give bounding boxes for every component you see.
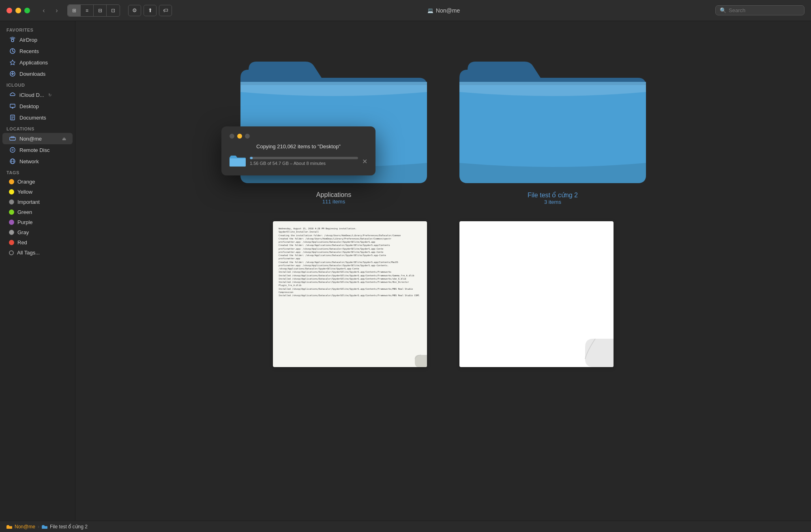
locations-section-label: Locations: [0, 123, 75, 133]
sidebar-item-recents[interactable]: Recents: [2, 45, 73, 57]
traffic-lights: [6, 8, 30, 13]
svg-rect-18: [240, 82, 427, 85]
maximize-button[interactable]: [24, 8, 30, 13]
sidebar-tag-orange-label: Orange: [17, 179, 35, 185]
svg-point-13: [10, 147, 15, 152]
action-button[interactable]: ⚙: [128, 5, 141, 16]
window-title: 💻 Non@me: [177, 7, 710, 14]
sidebar-item-network[interactable]: Network: [2, 156, 73, 167]
sidebar-item-tag-red[interactable]: Red: [2, 237, 73, 248]
sidebar-tag-red-label: Red: [17, 239, 27, 246]
copy-dialog-folder-icon: [230, 154, 246, 169]
sidebar-item-documents[interactable]: Documents: [2, 112, 73, 123]
sidebar-network-label: Network: [19, 158, 39, 165]
gallery-view-button[interactable]: ⊡: [107, 5, 120, 16]
tag-yellow-dot: [9, 189, 14, 194]
sidebar-item-tag-orange[interactable]: Orange: [2, 177, 73, 187]
sidebar-tag-all-label: All Tags...: [17, 250, 40, 256]
tag-purple-dot: [9, 220, 14, 225]
paper-curl-icon: [573, 327, 614, 367]
sidebar-tag-gray-label: Gray: [17, 229, 29, 235]
sidebar-item-tag-important[interactable]: Important: [2, 197, 73, 207]
file-curl-icon: [407, 347, 427, 367]
airdrop-icon: [9, 36, 16, 43]
icloud-section-label: iCloud: [0, 79, 75, 89]
tag-all-dot: [9, 250, 14, 255]
folder-file-test-name: File test ổ cứng 2: [528, 191, 578, 199]
sidebar-item-nonatme[interactable]: Non@me ⏏: [2, 133, 73, 144]
file-text-log[interactable]: Wednesday, August 15, 2018 4:28 PM Begin…: [273, 221, 427, 367]
tags-section-label: Tags: [0, 167, 75, 177]
downloads-icon: [9, 70, 16, 77]
sidebar-item-airdrop[interactable]: AirDrop: [2, 34, 73, 45]
breadcrumb-file-test: File test ổ cứng 2: [50, 524, 88, 530]
search-box[interactable]: 🔍: [715, 5, 805, 15]
folder-file-test-count: 3 items: [528, 199, 578, 205]
sidebar-item-remote-disc[interactable]: Remote Disc: [2, 144, 73, 156]
tag-orange-dot: [9, 179, 14, 184]
sidebar-item-tag-all[interactable]: All Tags...: [2, 248, 73, 258]
column-view-button[interactable]: ⊟: [94, 5, 107, 16]
sidebar-remote-disc-label: Remote Disc: [19, 147, 49, 153]
dialog-minimize-traffic[interactable]: [237, 134, 242, 139]
desktop-icon: [9, 103, 16, 110]
paper-file-thumbnail: [459, 221, 614, 367]
minimize-button[interactable]: [15, 8, 21, 13]
sidebar-desktop-label: Desktop: [19, 103, 39, 109]
sidebar-item-tag-gray[interactable]: Gray: [2, 227, 73, 237]
folder-applications[interactable]: Applications 111 items: [240, 33, 427, 205]
folder-file-test[interactable]: File test ổ cứng 2 3 items: [459, 33, 646, 205]
sidebar-icloud-label: iCloud D...: [19, 92, 44, 98]
tag-gray-dot: [9, 230, 14, 235]
sidebar-item-downloads[interactable]: Downloads: [2, 68, 73, 79]
copy-dialog: Copying 210,062 items to "Desktop" 1.56 …: [221, 126, 375, 175]
status-bar: Non@me › File test ổ cứng 2: [0, 521, 811, 532]
text-file-thumbnail: Wednesday, August 15, 2018 4:28 PM Begin…: [273, 221, 427, 367]
folder-file-test-label: File test ổ cứng 2 3 items: [528, 191, 578, 205]
close-button[interactable]: [6, 8, 12, 13]
search-input[interactable]: [729, 7, 800, 13]
sidebar-downloads-label: Downloads: [19, 71, 45, 77]
progress-text: 1.56 GB of 54.7 GB – About 8 minutes: [250, 161, 358, 166]
nav-buttons: ‹ ›: [38, 5, 62, 16]
recents-icon: [9, 47, 16, 55]
main-layout: Favorites AirDrop Recents: [0, 21, 811, 521]
sidebar-tag-purple-label: Purple: [17, 219, 33, 225]
progress-bar-fill: [250, 157, 253, 159]
text-file-content: Wednesday, August 15, 2018 4:28 PM Begin…: [279, 227, 421, 297]
breadcrumb-folder-icon-2: [42, 524, 47, 529]
progress-bar-container: [250, 157, 358, 159]
share-button[interactable]: ⬆: [144, 5, 157, 16]
folder-applications-label: Applications 111 items: [316, 191, 351, 205]
sidebar-recents-label: Recents: [19, 48, 39, 54]
sidebar-item-tag-purple[interactable]: Purple: [2, 217, 73, 227]
sidebar-item-applications[interactable]: Applications: [2, 57, 73, 68]
forward-button[interactable]: ›: [51, 5, 62, 16]
svg-point-14: [12, 149, 13, 151]
dialog-close-traffic[interactable]: [230, 134, 234, 139]
content-area: Applications 111 items File test ổ: [75, 21, 811, 521]
toolbar-actions: ⚙ ⬆ 🏷: [128, 5, 172, 16]
list-view-button[interactable]: ≡: [81, 5, 94, 16]
file-paper[interactable]: [459, 221, 614, 367]
icloud-sync-icon: ↻: [48, 93, 51, 97]
sidebar-tag-important-label: Important: [17, 199, 40, 205]
breadcrumb-nonatme: Non@me: [15, 524, 35, 530]
network-icon: [9, 158, 16, 165]
sidebar-item-tag-yellow[interactable]: Yellow: [2, 187, 73, 197]
copy-dialog-close-button[interactable]: ✕: [362, 158, 367, 165]
eject-icon[interactable]: ⏏: [62, 136, 66, 141]
dialog-maximize-traffic[interactable]: [245, 134, 250, 139]
back-button[interactable]: ‹: [38, 5, 49, 16]
folder-file-test-icon: [459, 33, 646, 187]
sidebar-nonatme-label: Non@me: [19, 136, 42, 142]
sidebar-item-tag-green[interactable]: Green: [2, 207, 73, 217]
tag-button[interactable]: 🏷: [159, 5, 172, 16]
tag-important-dot: [9, 199, 14, 205]
sidebar-item-desktop[interactable]: Desktop: [2, 100, 73, 112]
svg-rect-19: [459, 82, 646, 85]
copy-progress-section: 1.56 GB of 54.7 GB – About 8 minutes: [250, 157, 358, 166]
icon-view-button[interactable]: ⊞: [68, 5, 81, 16]
sidebar-item-icloud-drive[interactable]: iCloud D... ↻: [2, 89, 73, 100]
favorites-section-label: Favorites: [0, 24, 75, 34]
